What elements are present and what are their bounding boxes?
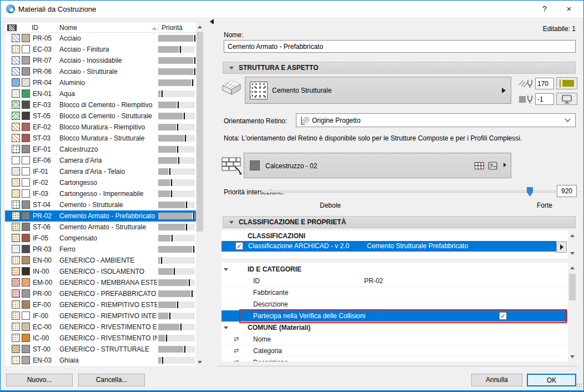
orientation-dropdown[interactable]: Origine Progetto (296, 113, 576, 127)
scroll-up-icon[interactable] (196, 23, 204, 31)
classification-expand-button[interactable] (556, 242, 567, 253)
material-row[interactable]: IC-00GENERICO - RIVESTIMENTO INTERNO (5, 333, 196, 344)
material-row[interactable]: EM-00GENERICO - MEMBRANA ESTERNA (5, 277, 196, 288)
name-input[interactable] (224, 40, 576, 53)
material-row[interactable]: EN-01Aqua (5, 88, 196, 99)
section-classification[interactable]: CLASSIFICAZIONE E PROPRIETÀ (223, 216, 576, 228)
surface-color-swatch (22, 289, 30, 298)
help-button[interactable]: ? (533, 1, 556, 17)
collapse-panel-icon[interactable] (210, 19, 214, 24)
property-row[interactable]: IDPR-02 (221, 275, 567, 287)
scroll-up-icon[interactable] (568, 264, 576, 272)
material-row[interactable]: EN-03Ghiaia (5, 355, 196, 366)
scroll-up-icon[interactable] (568, 232, 576, 239)
material-id: ST-00 (33, 345, 58, 353)
material-row[interactable]: ST-03Blocco Muratura - Strutturale (5, 133, 196, 144)
material-name: Blocco di Cemento - Riempitivo (59, 101, 157, 109)
material-row[interactable]: EC-03Acciaio - Finitura (5, 44, 196, 55)
scroll-thumb[interactable] (197, 32, 203, 232)
fill-pattern-swatch (12, 200, 20, 209)
material-row[interactable]: EF-01Calcestruzzo (5, 144, 196, 155)
material-row[interactable]: PR-07Acciaio - Inossidabile (5, 55, 196, 66)
material-row[interactable]: PR-02Cemento Armato - Prefabbricato (5, 210, 196, 222)
pen-color-swatch (562, 80, 574, 87)
material-row[interactable]: IF-03Cartongesso - Impermeabile (5, 188, 196, 199)
cut-fill-button[interactable]: Cemento Strutturale (245, 77, 511, 104)
fill-pattern-swatch (12, 100, 20, 109)
title-bar[interactable]: Materiali da Costruzione ? × (1, 1, 583, 17)
screen-only-button[interactable] (556, 93, 577, 105)
classification-row[interactable]: ✓ Classificazione ARCHICAD - v 2.0 Cemen… (221, 241, 556, 252)
material-id: ST-06 (33, 223, 58, 231)
material-row[interactable]: ST-06Cemento Armato - Strutturale (5, 222, 196, 233)
property-group-header[interactable]: ID E CATEGORIE (221, 264, 567, 275)
material-id: IF-00 (33, 312, 58, 320)
priority-slider[interactable] (261, 190, 556, 193)
scroll-thumb[interactable] (569, 274, 576, 300)
material-row[interactable]: PR-06Acciaio - Strutturale (5, 66, 196, 77)
material-row[interactable]: PR-03Ferro (5, 244, 196, 255)
material-row[interactable]: IF-01Camera d'Aria - Telaio (5, 166, 196, 177)
material-row[interactable]: ST-00GENERICO - STRUTTURALE (5, 344, 196, 355)
material-row[interactable]: EF-06Camera d'Aria (5, 155, 196, 166)
resize-grip[interactable] (576, 383, 582, 389)
priority-bar (158, 57, 195, 64)
surface-button[interactable]: Calcestruzzo - 02 (244, 153, 511, 178)
property-row[interactable]: Partecipa nella Verifica delle Collision… (221, 310, 567, 322)
property-row[interactable]: Descrizione (221, 299, 567, 310)
scroll-down-icon[interactable] (196, 358, 204, 366)
material-id: EF-03 (33, 101, 58, 109)
fill-pattern-swatch (12, 145, 20, 153)
list-header[interactable]: ID Nome Priorità (5, 23, 204, 33)
fill-pen-number-input[interactable] (535, 78, 554, 89)
priority-value-input[interactable] (557, 185, 577, 197)
priority-bar (158, 190, 195, 197)
property-group-header[interactable]: COMUNE (Materiali) (221, 322, 567, 334)
material-row[interactable]: PR-00GENERICO - PREFABBRICATO (5, 288, 196, 299)
material-row[interactable]: IN-00GENERICO - ISOLAMENTO (5, 266, 196, 277)
scroll-down-icon[interactable] (568, 353, 576, 360)
material-name: Calcestruzzo (59, 145, 157, 153)
column-name[interactable]: Nome (59, 24, 77, 32)
surface-color-swatch (22, 156, 30, 164)
new-button[interactable]: Nuovo... (6, 374, 73, 386)
checkbox-checked-icon[interactable]: ✓ (499, 312, 507, 320)
background-pen-number-input[interactable] (535, 93, 554, 105)
material-row[interactable]: PR-05Acciaio (5, 33, 196, 44)
priority-bar (158, 79, 195, 86)
priority-slider-thumb[interactable] (527, 187, 533, 197)
material-row[interactable]: IF-05Compensato (5, 233, 196, 244)
scroll-down-icon[interactable] (568, 249, 576, 257)
property-row[interactable]: ⇄Descrizione (221, 357, 567, 361)
material-row[interactable]: EN-00GENERICO - AMBIENTE (5, 255, 196, 266)
material-row[interactable]: EF-03Blocco di Cemento - Riempitivo (5, 99, 196, 110)
material-row[interactable]: EC-00GENERICO - RIVESTIMENTO ESTERNO (5, 321, 196, 333)
property-label: Fabbricante (253, 289, 288, 296)
cancel-button[interactable]: Annulla (471, 374, 522, 386)
material-row[interactable]: EF-02Blocco Muratura - Riempitivo (5, 122, 196, 133)
material-row[interactable]: EF-00GENERICO - RIEMPITIVO ESTERNO (5, 299, 196, 310)
material-row[interactable]: ST-04Cemento - Strutturale (5, 199, 196, 210)
material-row[interactable]: IF-02Cartongesso (5, 177, 196, 188)
property-row[interactable]: ⇄Nome (221, 334, 567, 345)
surface-color-swatch (22, 356, 30, 364)
fill-pen-color-button[interactable] (556, 77, 577, 89)
column-priority[interactable]: Priorità (162, 24, 183, 32)
material-row[interactable]: ST-05Blocco di Cemento - Strutturale (5, 110, 196, 122)
section-structure[interactable]: STRUTTURA E ASPETTO (223, 62, 576, 74)
material-row[interactable]: IF-00GENERICO - RIEMPITIVO INTERNO (5, 310, 196, 321)
property-row[interactable]: ⇄Categoria (221, 345, 567, 357)
ok-button[interactable]: OK (527, 374, 576, 386)
property-row[interactable]: Fabbricante (221, 287, 567, 299)
properties-scrollbar[interactable] (568, 263, 577, 361)
classifications-scrollbar[interactable] (568, 230, 577, 258)
material-id: ST-04 (33, 201, 58, 209)
column-id[interactable]: ID (32, 24, 38, 32)
fill-pattern-swatch (12, 212, 20, 220)
delete-button[interactable]: Cancella... (78, 374, 145, 386)
list-scrollbar[interactable] (196, 23, 204, 366)
checkbox-checked-icon[interactable]: ✓ (235, 242, 243, 250)
material-name: Camera d'Aria - Telaio (59, 168, 157, 175)
material-row[interactable]: PR-04Aluminio (5, 77, 196, 88)
close-button[interactable]: × (558, 1, 580, 17)
